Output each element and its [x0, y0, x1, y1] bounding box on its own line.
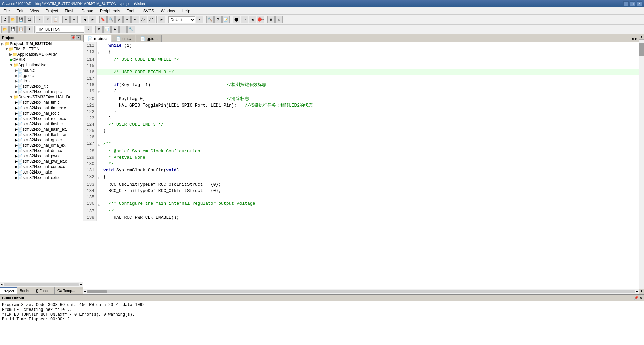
proj-btn-d[interactable]: ↕ — [119, 26, 127, 33]
menu-debug[interactable]: Debug — [79, 8, 95, 14]
tree-item-mspc[interactable]: ▶ 📄 stm32f4xx_hal_msp.c — [0, 89, 83, 94]
tree-file-hal-tim-ex[interactable]: ▶📄stm32f4xx_hal_tim_ex.c — [0, 105, 83, 111]
build-target-button[interactable]: 🔨 — [206, 16, 214, 23]
undo-button[interactable]: ↩ — [62, 16, 70, 23]
project-scroll-left[interactable]: ◀ — [0, 283, 3, 286]
tree-item-appuser[interactable]: ▼ 📁 Application/User — [0, 62, 83, 68]
proj-btn-e[interactable]: 🔧 — [127, 26, 135, 33]
vscroll-track[interactable] — [639, 40, 644, 289]
line-fold-130[interactable] — [97, 161, 102, 167]
rebuild-button[interactable]: ⟳ — [214, 16, 222, 23]
line-fold-124[interactable] — [97, 121, 102, 128]
project-pin-button[interactable]: 📌 — [71, 35, 75, 40]
close-button[interactable]: × — [637, 1, 642, 6]
save-button[interactable]: 💾 — [17, 16, 25, 23]
menu-svcs[interactable]: SVCS — [141, 8, 156, 14]
tree-root[interactable]: ▷ 📁 Project: TIM_BUTTON — [0, 41, 83, 46]
project-btn3[interactable]: 📋 — [17, 26, 25, 33]
window-layout-button[interactable]: ▦ — [267, 16, 275, 23]
line-fold-133[interactable] — [97, 181, 102, 188]
cut-button[interactable]: ✂ — [36, 16, 43, 23]
tab-scroll-right-button[interactable]: ▶ — [635, 36, 637, 41]
code-area[interactable]: 112 while (1) 113 □ { 114 /* USER CODE E… — [83, 42, 639, 289]
run-button[interactable]: ▶ — [158, 16, 165, 23]
build-pin-button[interactable]: 📌 — [634, 296, 639, 300]
tree-item-itc[interactable]: ▶ 📄 stm32f4xx_it.c — [0, 84, 83, 89]
target-select-button[interactable]: ▾ — [196, 16, 203, 23]
line-fold-123[interactable] — [97, 115, 102, 121]
menu-peripherals[interactable]: Peripherals — [98, 8, 122, 14]
proj-btn-c[interactable]: ▶ — [111, 26, 119, 33]
line-fold-112[interactable] — [97, 42, 102, 49]
copy-button[interactable]: ⎘ — [44, 16, 51, 23]
proj-tab-books[interactable]: Books — [17, 287, 33, 294]
tree-file-hal-flash-ex[interactable]: ▶📄stm32f4xx_hal_flash_ex. — [0, 127, 83, 132]
tab-scroll-left-button[interactable]: ◀ — [631, 36, 634, 41]
tree-file-hal-pwr-ex[interactable]: ▶📄stm32f4xx_hal_pwr_ex.c — [0, 159, 83, 164]
save-all-button[interactable]: 🖫 — [25, 16, 33, 23]
line-fold-129[interactable] — [97, 154, 102, 161]
line-fold-134[interactable] — [97, 188, 102, 194]
open-button[interactable]: 📂 — [9, 16, 17, 23]
paste-button[interactable]: 📋 — [52, 16, 59, 23]
project-dropdown-button[interactable]: ▾ — [85, 26, 92, 33]
menu-project[interactable]: Project — [44, 8, 60, 14]
tree-item-cmsis[interactable]: ◆ CMSIS — [0, 57, 83, 62]
line-fold-131[interactable] — [97, 167, 102, 174]
translate-button[interactable]: 📝 — [222, 16, 230, 23]
load-button[interactable]: ⬇ — [25, 26, 33, 33]
line-fold-128[interactable] — [97, 148, 102, 154]
line-fold-118[interactable] — [97, 82, 102, 88]
build-close-button[interactable]: × — [640, 296, 642, 300]
nav-fwd-button[interactable]: ▶ — [89, 16, 96, 23]
tree-file-hal-dma-ex[interactable]: ▶📄stm32f4xx_hal_dma_ex. — [0, 143, 83, 148]
project-name-input[interactable] — [36, 26, 84, 33]
tree-item-mainc[interactable]: ▶ 📄 main.c — [0, 68, 83, 73]
menu-flash[interactable]: Flash — [63, 8, 76, 14]
tree-file-hal-tim[interactable]: ▶📄stm32f4xx_hal_tim.c — [0, 100, 83, 105]
right-scrollbar[interactable]: ▲ ▼ — [639, 34, 644, 294]
tree-file-hal[interactable]: ▶📄stm32f4xx_hal.c — [0, 169, 83, 175]
proj-btn-a[interactable]: ⚙ — [95, 26, 103, 33]
menu-help[interactable]: Help — [180, 8, 192, 14]
vscroll-up-button[interactable]: ▲ — [639, 34, 644, 40]
tree-file-hal-exti[interactable]: ▶📄stm32f4xx_hal_exti.c — [0, 175, 83, 180]
line-fold-120[interactable] — [97, 96, 102, 102]
tree-file-hal-flash-rar[interactable]: ▶📄stm32f4xx_hal_flash_rar — [0, 132, 83, 137]
menu-edit[interactable]: Edit — [14, 8, 25, 14]
vscroll-down-button[interactable]: ▼ — [639, 289, 644, 294]
tree-file-hal-rcc-ex[interactable]: ▶📄stm32f4xx_hal_rcc_ex.c — [0, 116, 83, 121]
h-scrollbar[interactable]: ◀ ▶ — [83, 289, 639, 294]
line-fold-121[interactable] — [97, 102, 102, 109]
project-open-button[interactable]: 📂 — [1, 26, 9, 33]
proj-tab-functions[interactable]: {} Funct... — [33, 287, 55, 294]
proj-btn-b[interactable]: 📊 — [103, 26, 111, 33]
replace-button[interactable]: ⇄ — [115, 16, 123, 23]
menu-tools[interactable]: Tools — [125, 8, 139, 14]
line-fold-126[interactable] — [97, 134, 102, 140]
find-button[interactable]: 🔍 — [107, 16, 115, 23]
tree-file-hal-cortex[interactable]: ▶📄stm32f4xx_hal_cortex.c — [0, 164, 83, 169]
proj-tab-project[interactable]: Project — [0, 287, 17, 294]
line-fold-125[interactable] — [97, 128, 102, 134]
tab-mainc[interactable]: 📄 main.c — [83, 35, 111, 42]
bp-menu-button[interactable]: 🔴▾ — [257, 16, 264, 23]
target-selector[interactable]: Default — [168, 16, 195, 23]
hscroll-right-button[interactable]: ▶ — [636, 290, 638, 293]
line-fold-136[interactable]: □ — [97, 200, 102, 208]
line-fold-122[interactable] — [97, 109, 102, 115]
bookmark-button[interactable]: 🔖 — [99, 16, 107, 23]
hscroll-left-button[interactable]: ◀ — [84, 290, 86, 293]
tree-item-drivers[interactable]: ▼ 📁 Drivers/STM32F4xx_HAL_Dr — [0, 94, 83, 100]
tree-file-hal-gpio[interactable]: ▶📄stm32f4xx_hal_gpio.c — [0, 137, 83, 143]
uncomment-button[interactable]: /* — [148, 16, 155, 23]
line-fold-132[interactable]: □ — [97, 174, 102, 181]
line-fold-137[interactable] — [97, 208, 102, 214]
tree-file-hal-flash[interactable]: ▶📄stm32f4xx_hal_flash.c — [0, 121, 83, 127]
line-fold-115[interactable] — [97, 63, 102, 69]
line-fold-138[interactable] — [97, 214, 102, 221]
tree-item-gpioc[interactable]: ▶ 📄 gpio.c — [0, 73, 83, 78]
new-file-button[interactable]: 🗋 — [1, 16, 9, 23]
settings-button[interactable]: ⚙ — [275, 16, 283, 23]
tree-file-hal-rcc[interactable]: ▶📄stm32f4xx_hal_rcc.c — [0, 111, 83, 116]
